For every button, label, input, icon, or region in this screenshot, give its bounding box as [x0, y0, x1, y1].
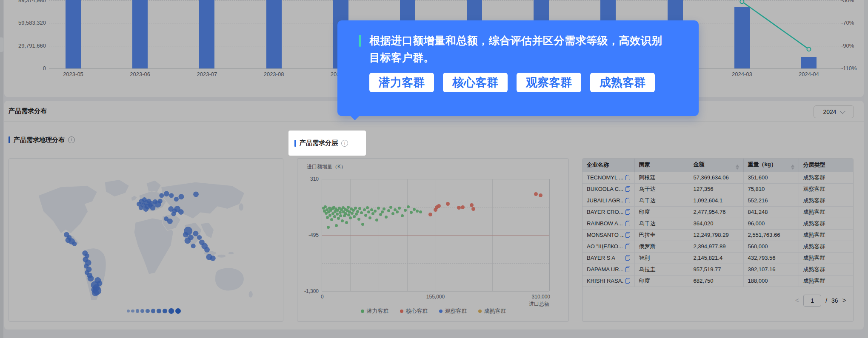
company-name: TECNOMYL ... [587, 174, 623, 181]
scatter-point [371, 212, 374, 215]
table-header-cell[interactable]: 重量（kg） [743, 159, 799, 172]
table-header-row: 企业名称国家金额重量（kg）分层类型 [582, 159, 854, 172]
info-icon[interactable]: i [341, 140, 348, 147]
scatter-point [341, 219, 344, 222]
section-divider [4, 121, 864, 122]
chevron-down-icon [840, 108, 845, 114]
sort-icons[interactable] [791, 165, 794, 170]
year-select[interactable]: 2024 [814, 105, 854, 118]
scatter-x-axis-name: 进口总额 [493, 301, 549, 308]
scatter-point [354, 207, 357, 210]
company-name-cell: AO "ЩЕЛКО... [582, 241, 634, 252]
legend-label: 潜力客群 [367, 307, 389, 315]
tooltip-segment-button[interactable]: 核心客群 [443, 73, 508, 92]
table-row: RAINBOW A...乌干达364,02096,000成熟客群 [582, 218, 854, 229]
scatter-point [534, 192, 538, 196]
scatter-point [351, 212, 354, 215]
copy-icon[interactable] [625, 209, 630, 215]
weight-cell: 560,000 [743, 241, 799, 252]
scatter-point [370, 208, 373, 211]
map-dot [210, 256, 216, 261]
sort-desc-icon[interactable] [736, 168, 739, 170]
map-dot [197, 235, 202, 240]
tooltip-accent-bar [359, 35, 361, 47]
scatter-point [387, 209, 390, 212]
company-name: RAINBOW A... [587, 220, 623, 227]
amount-cell: 127,356 [689, 183, 743, 195]
copy-icon[interactable] [625, 221, 630, 226]
guide-spotlight: 产品需求分层 i [288, 131, 366, 156]
size-legend-dot [163, 309, 167, 313]
sort-icons[interactable] [736, 165, 739, 170]
page-total: 36 [831, 297, 838, 304]
title-accent-bar [294, 140, 296, 147]
tooltip-segment-button[interactable]: 成熟客群 [590, 73, 655, 92]
scatter-point [539, 193, 542, 197]
tier-cell: 成熟客群 [799, 218, 854, 229]
page-next-icon[interactable]: > [842, 297, 846, 304]
legend-label: 成熟客群 [484, 307, 506, 315]
scatter-point [333, 215, 336, 218]
copy-icon[interactable] [625, 278, 630, 284]
map-dot [167, 219, 173, 224]
scatter-point [355, 213, 358, 216]
table-header-cell[interactable]: 金额 [689, 159, 743, 172]
company-name-cell: MONSANTO ... [582, 229, 634, 241]
copy-icon[interactable] [625, 175, 630, 180]
sort-asc-icon[interactable] [791, 165, 794, 167]
page-number-box[interactable]: 1 [803, 295, 821, 307]
legend-item[interactable]: 潜力客群 [361, 307, 389, 315]
map-dot [178, 209, 184, 215]
scatter-point [367, 210, 370, 213]
tooltip-segment-button[interactable]: 潜力客群 [369, 73, 434, 92]
sort-asc-icon[interactable] [736, 165, 739, 167]
weight-cell: 552,216 [743, 195, 799, 206]
scatter-panel-title-text: 产品需求分层 [300, 139, 338, 147]
legend-item[interactable]: 核心客群 [400, 307, 428, 315]
scatter-point [327, 226, 330, 229]
page-separator: / [825, 297, 827, 304]
scatter-gridline [322, 263, 549, 264]
scatter-point [330, 218, 333, 221]
company-name: DAPAMA UR... [587, 266, 623, 273]
copy-icon[interactable] [625, 232, 630, 238]
copy-icon[interactable] [625, 186, 630, 192]
company-name: KRISHI RASA... [587, 278, 624, 284]
sort-desc-icon[interactable] [791, 168, 794, 170]
table-row: BAYER S A智利2,145,821.4432,793.56成熟客群 [582, 252, 854, 264]
scatter-point [345, 221, 348, 224]
tier-cell: 成熟客群 [799, 252, 854, 264]
info-icon[interactable]: i [68, 136, 75, 143]
copy-icon[interactable] [625, 244, 630, 249]
copy-icon[interactable] [625, 267, 630, 272]
size-legend-dot [175, 308, 181, 314]
scatter-point [335, 224, 338, 227]
legend-item[interactable]: 观察客群 [439, 307, 467, 315]
map-dot [164, 191, 169, 196]
map-dot [88, 275, 94, 281]
weight-cell: 75,810 [743, 183, 799, 195]
copy-icon[interactable] [625, 255, 630, 261]
map-dot [171, 212, 176, 216]
table-row: KRISHI RASA...印度682,750188,000成熟客群 [582, 275, 854, 287]
company-name-cell: KRISHI RASA... [582, 275, 634, 287]
map-dot [193, 231, 199, 236]
weight-cell: 188,000 [743, 275, 799, 287]
tooltip-segment-button[interactable]: 观察客群 [517, 73, 581, 92]
copy-icon[interactable] [625, 198, 630, 203]
sidebar-expand-handle[interactable] [0, 37, 3, 52]
scatter-point [347, 206, 350, 209]
scatter-point [361, 223, 364, 226]
section-title: 产品需求分布 [9, 107, 47, 115]
map-dot [178, 194, 184, 199]
geo-panel-title-text: 产品需求地理分布 [14, 136, 65, 144]
legend-item[interactable]: 成熟客群 [478, 307, 506, 315]
scatter-legend: 潜力客群核心客群观察客群成熟客群 [297, 307, 569, 315]
scatter-point [428, 213, 432, 216]
scatter-point [401, 214, 404, 217]
map-dot [183, 232, 188, 238]
page-prev-icon[interactable]: < [795, 297, 799, 304]
scatter-gridline [322, 235, 549, 236]
country-cell: 俄罗斯 [634, 241, 689, 252]
legend-label: 核心客群 [406, 307, 428, 315]
